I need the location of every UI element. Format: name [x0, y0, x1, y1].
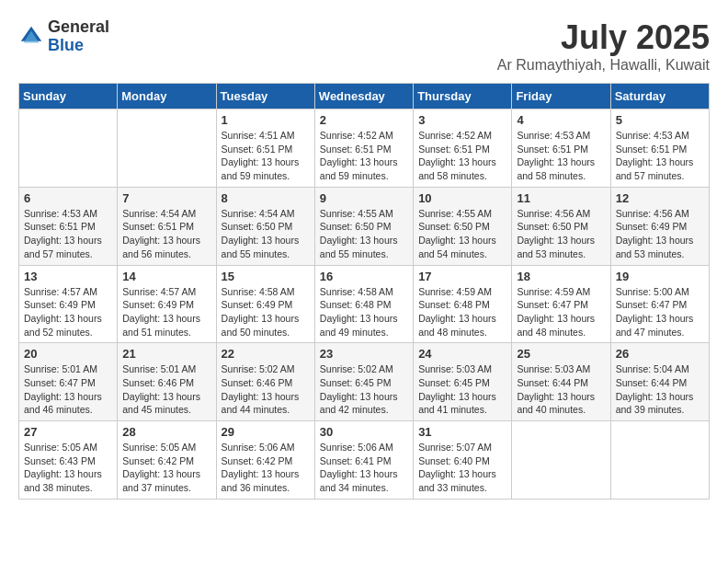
calendar-cell — [610, 421, 709, 500]
day-number: 16 — [320, 270, 408, 283]
cell-info: Sunrise: 4:53 AM Sunset: 6:51 PM Dayligh… — [24, 207, 112, 261]
logo-blue: Blue — [48, 37, 109, 55]
cell-info: Sunrise: 4:54 AM Sunset: 6:50 PM Dayligh… — [222, 207, 310, 261]
calendar-cell: 27Sunrise: 5:05 AM Sunset: 6:43 PM Dayli… — [19, 421, 118, 500]
cell-info: Sunrise: 4:59 AM Sunset: 6:48 PM Dayligh… — [418, 285, 506, 339]
week-row-3: 13Sunrise: 4:57 AM Sunset: 6:49 PM Dayli… — [19, 265, 710, 343]
cell-info: Sunrise: 4:55 AM Sunset: 6:50 PM Dayligh… — [418, 207, 506, 261]
calendar-cell: 15Sunrise: 4:58 AM Sunset: 6:49 PM Dayli… — [216, 265, 314, 343]
calendar-cell: 2Sunrise: 4:52 AM Sunset: 6:51 PM Daylig… — [314, 109, 413, 188]
header-thursday: Thursday — [414, 84, 512, 109]
day-number: 21 — [122, 347, 210, 361]
calendar-cell: 9Sunrise: 4:55 AM Sunset: 6:50 PM Daylig… — [314, 187, 413, 265]
day-number: 13 — [24, 270, 112, 283]
cell-info: Sunrise: 5:07 AM Sunset: 6:40 PM Dayligh… — [418, 441, 506, 495]
day-number: 29 — [222, 425, 310, 439]
calendar-cell: 31Sunrise: 5:07 AM Sunset: 6:40 PM Dayli… — [414, 421, 512, 500]
day-number: 18 — [517, 270, 605, 283]
calendar-cell: 29Sunrise: 5:06 AM Sunset: 6:42 PM Dayli… — [216, 421, 314, 500]
cell-info: Sunrise: 4:53 AM Sunset: 6:51 PM Dayligh… — [517, 129, 605, 183]
calendar-cell: 14Sunrise: 4:57 AM Sunset: 6:49 PM Dayli… — [118, 265, 216, 343]
cell-info: Sunrise: 5:03 AM Sunset: 6:45 PM Dayligh… — [418, 362, 506, 417]
day-number: 10 — [418, 191, 506, 205]
day-number: 1 — [222, 113, 310, 127]
calendar-cell: 8Sunrise: 4:54 AM Sunset: 6:50 PM Daylig… — [216, 187, 314, 265]
cell-info: Sunrise: 4:55 AM Sunset: 6:50 PM Dayligh… — [320, 207, 408, 261]
day-number: 12 — [616, 191, 704, 205]
calendar-cell: 11Sunrise: 4:56 AM Sunset: 6:50 PM Dayli… — [512, 187, 610, 265]
cell-info: Sunrise: 5:02 AM Sunset: 6:46 PM Dayligh… — [222, 362, 310, 417]
day-number: 27 — [24, 425, 112, 439]
calendar-cell — [512, 421, 610, 500]
cell-info: Sunrise: 4:52 AM Sunset: 6:51 PM Dayligh… — [320, 129, 408, 183]
calendar-cell: 13Sunrise: 4:57 AM Sunset: 6:49 PM Dayli… — [19, 265, 118, 343]
cell-info: Sunrise: 4:59 AM Sunset: 6:47 PM Dayligh… — [517, 285, 605, 339]
day-number: 19 — [616, 270, 704, 283]
cell-info: Sunrise: 5:03 AM Sunset: 6:44 PM Dayligh… — [517, 362, 605, 417]
week-row-5: 27Sunrise: 5:05 AM Sunset: 6:43 PM Dayli… — [19, 421, 710, 500]
calendar-cell: 21Sunrise: 5:01 AM Sunset: 6:46 PM Dayli… — [118, 343, 216, 421]
calendar-cell: 6Sunrise: 4:53 AM Sunset: 6:51 PM Daylig… — [19, 187, 118, 265]
calendar-cell: 28Sunrise: 5:05 AM Sunset: 6:42 PM Dayli… — [118, 421, 216, 500]
location: Ar Rumaythiyah, Hawalli, Kuwait — [497, 57, 710, 74]
day-number: 9 — [320, 191, 408, 205]
day-number: 5 — [616, 113, 704, 127]
calendar-header-row: SundayMondayTuesdayWednesdayThursdayFrid… — [19, 84, 710, 109]
day-number: 23 — [320, 347, 408, 361]
logo-general: General — [48, 18, 109, 37]
week-row-2: 6Sunrise: 4:53 AM Sunset: 6:51 PM Daylig… — [19, 187, 710, 265]
calendar-cell: 18Sunrise: 4:59 AM Sunset: 6:47 PM Dayli… — [512, 265, 610, 343]
cell-info: Sunrise: 4:58 AM Sunset: 6:49 PM Dayligh… — [222, 285, 310, 339]
day-number: 28 — [122, 425, 210, 439]
header-wednesday: Wednesday — [314, 84, 413, 109]
cell-info: Sunrise: 4:58 AM Sunset: 6:48 PM Dayligh… — [320, 285, 408, 339]
calendar-cell: 17Sunrise: 4:59 AM Sunset: 6:48 PM Dayli… — [414, 265, 512, 343]
calendar-cell: 26Sunrise: 5:04 AM Sunset: 6:44 PM Dayli… — [610, 343, 709, 421]
day-number: 3 — [418, 113, 506, 127]
day-number: 26 — [616, 347, 704, 361]
cell-info: Sunrise: 5:05 AM Sunset: 6:42 PM Dayligh… — [122, 441, 210, 495]
logo-icon — [18, 24, 44, 50]
calendar-cell: 24Sunrise: 5:03 AM Sunset: 6:45 PM Dayli… — [414, 343, 512, 421]
month-title: July 2025 — [497, 18, 710, 57]
day-number: 6 — [24, 191, 112, 205]
calendar-cell — [19, 109, 118, 188]
logo: General Blue — [18, 18, 109, 55]
cell-info: Sunrise: 5:05 AM Sunset: 6:43 PM Dayligh… — [24, 441, 112, 495]
calendar-cell: 20Sunrise: 5:01 AM Sunset: 6:47 PM Dayli… — [19, 343, 118, 421]
cell-info: Sunrise: 4:57 AM Sunset: 6:49 PM Dayligh… — [24, 285, 112, 339]
cell-info: Sunrise: 4:52 AM Sunset: 6:51 PM Dayligh… — [418, 129, 506, 183]
cell-info: Sunrise: 5:06 AM Sunset: 6:42 PM Dayligh… — [222, 441, 310, 495]
header-saturday: Saturday — [610, 84, 709, 109]
cell-info: Sunrise: 4:51 AM Sunset: 6:51 PM Dayligh… — [222, 129, 310, 183]
calendar-cell — [118, 109, 216, 188]
cell-info: Sunrise: 4:56 AM Sunset: 6:49 PM Dayligh… — [616, 207, 704, 261]
week-row-4: 20Sunrise: 5:01 AM Sunset: 6:47 PM Dayli… — [19, 343, 710, 421]
page-header: General Blue July 2025 Ar Rumaythiyah, H… — [18, 18, 710, 74]
header-sunday: Sunday — [19, 84, 118, 109]
calendar-cell: 5Sunrise: 4:53 AM Sunset: 6:51 PM Daylig… — [610, 109, 709, 188]
calendar-cell: 22Sunrise: 5:02 AM Sunset: 6:46 PM Dayli… — [216, 343, 314, 421]
cell-info: Sunrise: 4:54 AM Sunset: 6:51 PM Dayligh… — [122, 207, 210, 261]
day-number: 25 — [517, 347, 605, 361]
header-tuesday: Tuesday — [216, 84, 314, 109]
cell-info: Sunrise: 4:56 AM Sunset: 6:50 PM Dayligh… — [517, 207, 605, 261]
cell-info: Sunrise: 4:53 AM Sunset: 6:51 PM Dayligh… — [616, 129, 704, 183]
calendar-cell: 12Sunrise: 4:56 AM Sunset: 6:49 PM Dayli… — [610, 187, 709, 265]
calendar-cell: 3Sunrise: 4:52 AM Sunset: 6:51 PM Daylig… — [414, 109, 512, 188]
day-number: 2 — [320, 113, 408, 127]
calendar-cell: 30Sunrise: 5:06 AM Sunset: 6:41 PM Dayli… — [314, 421, 413, 500]
calendar-cell: 10Sunrise: 4:55 AM Sunset: 6:50 PM Dayli… — [414, 187, 512, 265]
day-number: 4 — [517, 113, 605, 127]
calendar-cell: 16Sunrise: 4:58 AM Sunset: 6:48 PM Dayli… — [314, 265, 413, 343]
calendar-cell: 19Sunrise: 5:00 AM Sunset: 6:47 PM Dayli… — [610, 265, 709, 343]
cell-info: Sunrise: 4:57 AM Sunset: 6:49 PM Dayligh… — [122, 285, 210, 339]
calendar-cell: 4Sunrise: 4:53 AM Sunset: 6:51 PM Daylig… — [512, 109, 610, 188]
day-number: 11 — [517, 191, 605, 205]
cell-info: Sunrise: 5:01 AM Sunset: 6:46 PM Dayligh… — [122, 362, 210, 417]
day-number: 24 — [418, 347, 506, 361]
logo-text: General Blue — [48, 18, 109, 55]
day-number: 30 — [320, 425, 408, 439]
cell-info: Sunrise: 5:00 AM Sunset: 6:47 PM Dayligh… — [616, 285, 704, 339]
day-number: 22 — [222, 347, 310, 361]
